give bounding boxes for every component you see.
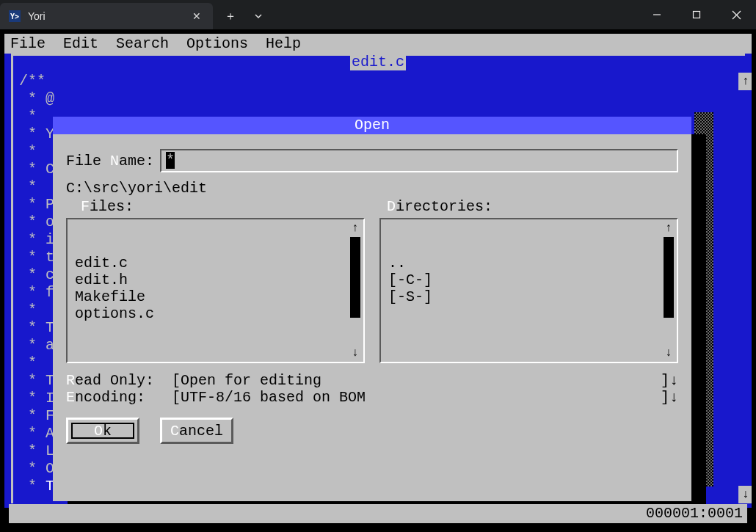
dropdown-arrow-icon[interactable]: ]↓: [661, 389, 678, 406]
tab-dropdown-button[interactable]: [245, 4, 272, 29]
encoding-label: Encoding:: [66, 389, 145, 406]
menu-search[interactable]: Search: [116, 35, 169, 52]
current-path: C:\src\yori\edit: [66, 180, 678, 197]
directories-label: Directories:: [372, 198, 678, 215]
window-maximize-button[interactable]: [677, 0, 716, 29]
scroll-up-icon[interactable]: ↑: [665, 221, 672, 236]
directories-listbox[interactable]: ..[-C-][-S-] ↑ ↓: [379, 218, 678, 363]
files-listbox[interactable]: edit.cedit.hMakefileoptions.c ↑ ↓: [66, 218, 365, 363]
list-item[interactable]: ..: [388, 255, 659, 272]
editor-area: edit.c ↑ ↓ /** * @ * * Y * * C * * P * o…: [4, 54, 752, 508]
list-item[interactable]: [-S-]: [388, 288, 659, 305]
editor-scroll-down-icon[interactable]: ↓: [738, 486, 752, 503]
menu-edit[interactable]: Edit: [63, 35, 98, 52]
files-label: Files:: [66, 198, 372, 215]
list-item[interactable]: Makefile: [75, 288, 346, 305]
ok-button[interactable]: Ok: [66, 418, 139, 444]
list-item[interactable]: edit.h: [75, 272, 346, 288]
editor-filename: edit.c: [350, 54, 406, 70]
editor-scroll-up-icon[interactable]: ↑: [738, 73, 752, 90]
readonly-select[interactable]: Open for editing: [181, 372, 321, 389]
readonly-label: Read Only:: [66, 372, 154, 389]
tab-close-icon[interactable]: ✕: [188, 7, 206, 25]
menubar: File Edit Search Options Help: [4, 34, 752, 54]
terminal-tab[interactable]: Y> Yori ✕: [0, 3, 213, 29]
window-close-button[interactable]: [716, 0, 756, 29]
cancel-button[interactable]: Cancel: [160, 418, 233, 444]
scroll-up-icon[interactable]: ↑: [352, 221, 359, 236]
menu-file[interactable]: File: [10, 35, 46, 52]
window-minimize-button[interactable]: [637, 0, 677, 29]
menu-options[interactable]: Options: [186, 35, 248, 52]
filename-label: File Name:: [66, 153, 154, 170]
app-icon: Y>: [9, 10, 21, 22]
encoding-select[interactable]: UTF-8/16 based on BOM: [181, 389, 366, 406]
list-item[interactable]: edit.c: [75, 255, 346, 272]
scroll-down-icon[interactable]: ↓: [352, 346, 359, 360]
cursor-position: 000001:0001: [646, 505, 743, 522]
tab-title: Yori: [28, 10, 188, 22]
scrollbar-thumb[interactable]: [664, 237, 674, 318]
dropdown-arrow-icon[interactable]: ]↓: [661, 372, 678, 389]
menu-help[interactable]: Help: [266, 35, 301, 52]
scrollbar-thumb[interactable]: [350, 237, 360, 318]
svg-rect-1: [694, 12, 700, 18]
scroll-down-icon[interactable]: ↓: [665, 346, 672, 360]
filename-input[interactable]: *: [160, 149, 678, 172]
new-tab-button[interactable]: ＋: [217, 4, 244, 29]
list-item[interactable]: [-C-]: [388, 272, 659, 288]
status-bar: 000001:0001: [9, 504, 747, 523]
list-item[interactable]: options.c: [75, 305, 346, 322]
dialog-title: Open: [53, 117, 691, 134]
window-titlebar: Y> Yori ✕ ＋: [0, 0, 756, 29]
open-dialog: Open File Name: * C:\src\yori\edit Files…: [53, 117, 691, 501]
